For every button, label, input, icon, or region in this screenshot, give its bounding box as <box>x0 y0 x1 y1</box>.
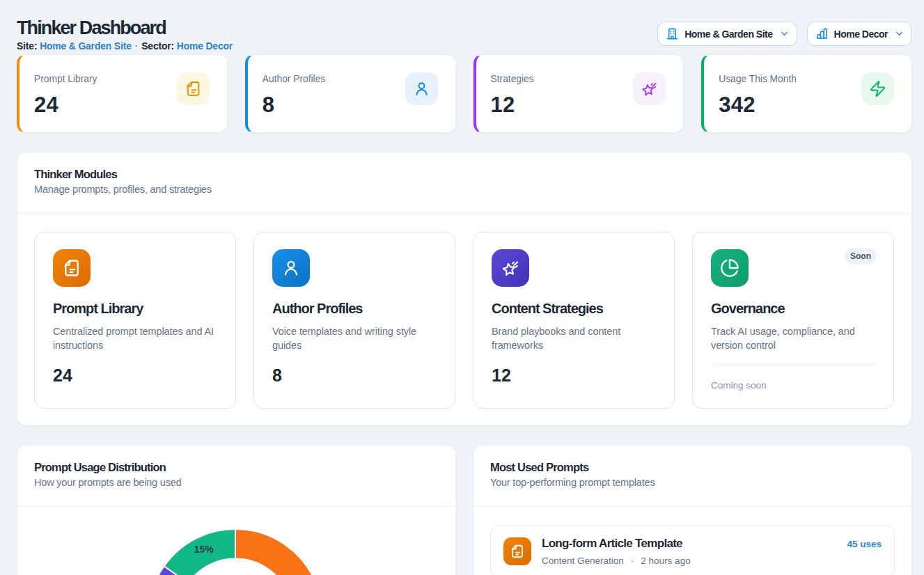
svg-text:15%: 15% <box>194 544 214 555</box>
